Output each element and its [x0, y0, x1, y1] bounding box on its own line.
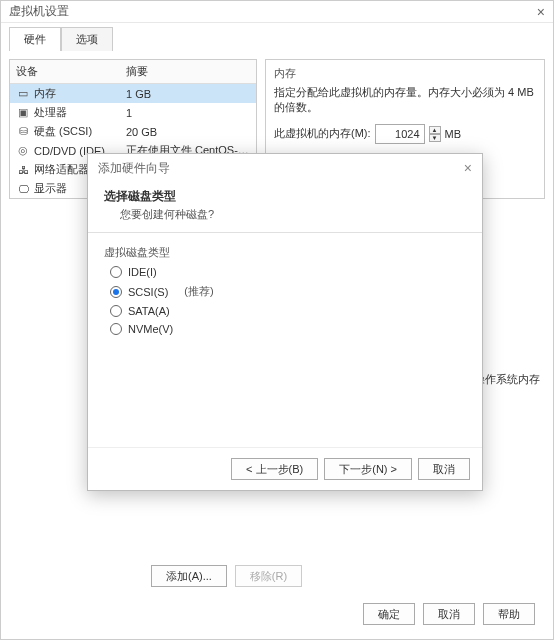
hardware-row[interactable]: ▭内存1 GB — [10, 84, 256, 103]
memory-os-text: 操作系统内存 — [474, 372, 540, 387]
memory-input[interactable] — [375, 124, 425, 144]
radio-icon[interactable] — [110, 266, 122, 278]
remove-button: 移除(R) — [235, 565, 302, 587]
wizard-header: 选择磁盘类型 您要创建何种磁盘? — [88, 182, 482, 233]
ok-button[interactable]: 确定 — [363, 603, 415, 625]
radio-label: IDE(I) — [128, 266, 157, 278]
hardware-action-buttons: 添加(A)... 移除(R) — [151, 565, 302, 587]
add-hardware-wizard: 添加硬件向导 × 选择磁盘类型 您要创建何种磁盘? 虚拟磁盘类型 IDE(I)S… — [87, 153, 483, 491]
memory-input-row: 此虚拟机的内存(M): ▲ ▼ MB — [274, 124, 536, 144]
hardware-row-name: 显示器 — [34, 181, 67, 196]
radio-icon[interactable] — [110, 305, 122, 317]
close-icon[interactable]: × — [537, 4, 545, 20]
tab-hardware[interactable]: 硬件 — [9, 27, 61, 51]
memory-section-label: 内存 — [274, 66, 536, 81]
wizard-cancel-button[interactable]: 取消 — [418, 458, 470, 480]
radio-icon[interactable] — [110, 323, 122, 335]
hardware-row-summary: 1 GB — [126, 88, 250, 100]
disk-type-option[interactable]: IDE(I) — [110, 266, 466, 278]
disk-type-option[interactable]: SATA(A) — [110, 305, 466, 317]
wizard-title-bar: 添加硬件向导 × — [88, 154, 482, 182]
memory-spinner[interactable]: ▲ ▼ — [429, 126, 441, 142]
help-button[interactable]: 帮助 — [483, 603, 535, 625]
display-icon: 🖵 — [16, 183, 30, 195]
radio-suffix: (推荐) — [184, 284, 213, 299]
hardware-row-summary: 20 GB — [126, 126, 250, 138]
header-summary: 摘要 — [120, 60, 256, 83]
disk-type-options: IDE(I)SCSI(S)(推荐)SATA(A)NVMe(V) — [110, 266, 466, 335]
hardware-row[interactable]: ▣处理器1 — [10, 103, 256, 122]
spinner-down-icon[interactable]: ▼ — [429, 134, 441, 142]
wizard-header-subtitle: 您要创建何种磁盘? — [120, 207, 466, 222]
wizard-close-icon[interactable]: × — [464, 160, 472, 176]
window-title: 虚拟机设置 — [9, 3, 69, 20]
radio-icon[interactable] — [110, 286, 122, 298]
memory-description: 指定分配给此虚拟机的内存量。内存大小必须为 4 MB 的倍数。 — [274, 85, 536, 116]
wizard-back-button[interactable]: < 上一步(B) — [231, 458, 318, 480]
radio-label: NVMe(V) — [128, 323, 173, 335]
disk-type-option[interactable]: NVMe(V) — [110, 323, 466, 335]
hardware-row-name: 网络适配器 — [34, 162, 89, 177]
disk-icon: ⛁ — [16, 126, 30, 138]
add-button[interactable]: 添加(A)... — [151, 565, 227, 587]
vm-settings-window: 虚拟机设置 × 硬件 选项 设备 摘要 ▭内存1 GB▣处理器1⛁硬盘 (SCS… — [0, 0, 554, 640]
hardware-row-name: 内存 — [34, 86, 56, 101]
memory-icon: ▭ — [16, 88, 30, 100]
header-device: 设备 — [10, 60, 120, 83]
net-icon: 🖧 — [16, 164, 30, 176]
tab-options[interactable]: 选项 — [61, 27, 113, 51]
spinner-up-icon[interactable]: ▲ — [429, 126, 441, 134]
wizard-next-button[interactable]: 下一步(N) > — [324, 458, 412, 480]
wizard-header-title: 选择磁盘类型 — [104, 188, 466, 205]
wizard-footer: < 上一步(B) 下一步(N) > 取消 — [88, 447, 482, 490]
hardware-row-summary: 1 — [126, 107, 250, 119]
wizard-body: 虚拟磁盘类型 IDE(I)SCSI(S)(推荐)SATA(A)NVMe(V) — [88, 233, 482, 447]
tabs: 硬件 选项 — [1, 23, 553, 51]
cpu-icon: ▣ — [16, 107, 30, 119]
title-bar: 虚拟机设置 × — [1, 1, 553, 23]
cd-icon: ◎ — [16, 145, 30, 157]
radio-label: SCSI(S) — [128, 286, 168, 298]
wizard-title: 添加硬件向导 — [98, 160, 170, 177]
memory-unit: MB — [445, 128, 462, 140]
dialog-buttons: 确定 取消 帮助 — [363, 603, 535, 625]
radio-label: SATA(A) — [128, 305, 170, 317]
cancel-button[interactable]: 取消 — [423, 603, 475, 625]
hardware-list-header: 设备 摘要 — [10, 60, 256, 84]
disk-type-group-label: 虚拟磁盘类型 — [104, 245, 466, 260]
disk-type-option[interactable]: SCSI(S)(推荐) — [110, 284, 466, 299]
hardware-row-name: 硬盘 (SCSI) — [34, 124, 92, 139]
hardware-row[interactable]: ⛁硬盘 (SCSI)20 GB — [10, 122, 256, 141]
memory-label: 此虚拟机的内存(M): — [274, 126, 371, 141]
hardware-row-name: 处理器 — [34, 105, 67, 120]
